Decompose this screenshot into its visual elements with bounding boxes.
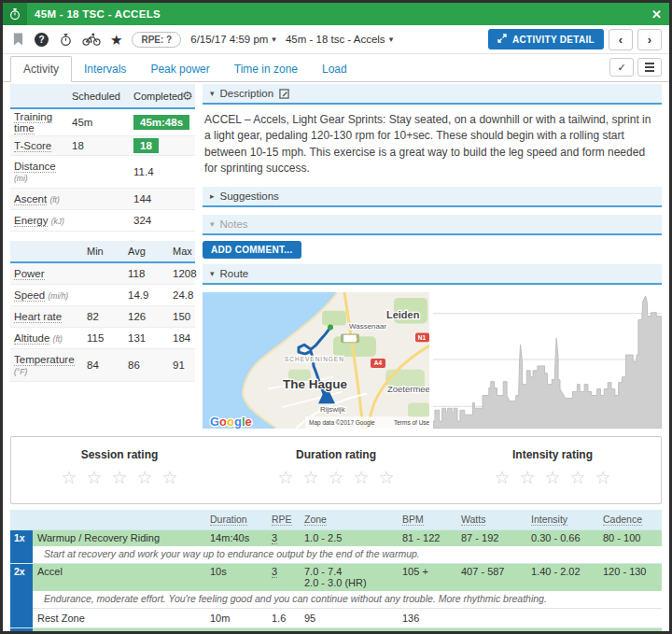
map-canvas: N44 A4 N1 Leiden Wassenaar SCHEVENINGEN … [203, 292, 429, 429]
star-icon: ☆ [328, 468, 343, 487]
tab-activity[interactable]: Activity [10, 56, 72, 82]
road-badge-n1: N1 [418, 333, 427, 340]
caret-down-icon: ▾ [272, 35, 276, 44]
intensity-rating: Intensity rating ☆☆☆☆☆ [444, 448, 661, 488]
workout-row-rest-zone[interactable]: Rest Zone 10m 1.6 95 136 [33, 608, 662, 627]
completed-badge: 45m:48s [133, 115, 189, 130]
workout-row-warmup[interactable]: Warmup / Recovery Riding 14m:40s 3 1.0 -… [33, 530, 662, 546]
star-icon: ☆ [277, 468, 293, 487]
cyclist-icon[interactable] [82, 32, 101, 47]
road-badge-n44: N44 [344, 334, 356, 341]
mm-row-temperature: Temperature (°F) 848691 [10, 349, 195, 382]
suggestions-section-header[interactable]: ▸ Suggestions [203, 187, 662, 207]
summary-header: Scheduled Completed ⚙ [10, 84, 195, 109]
caret-down-icon: ▾ [389, 35, 394, 44]
map-label-the-hague: The Hague [283, 376, 347, 390]
summary-row-distance: Distance (mi) 11.4 [10, 156, 195, 189]
expand-icon [497, 34, 507, 45]
workout-row-cooldown[interactable]: Cool Down 10m 3 1.0 - 1.9 81 - 103 87 - … [33, 628, 662, 634]
minavgmax-header: Min Avg Max [10, 241, 195, 263]
star-icon: ☆ [137, 468, 153, 487]
star-icon: ☆ [519, 468, 535, 487]
gear-icon[interactable]: ⚙ [182, 89, 197, 103]
summary-table: Scheduled Completed ⚙ Training time 45m … [10, 84, 195, 232]
session-rating: Session rating ☆☆☆☆☆ [11, 448, 228, 488]
workout-row-accel[interactable]: Accel 10s 3 7.0 - 7.42.0 - 3.0 (HR) 105 … [33, 564, 662, 591]
star-icon: ☆ [595, 468, 611, 487]
tab-intervals[interactable]: Intervals [72, 57, 138, 81]
workout-dropdown[interactable]: 45m - 18 tsc - Accels ▾ [286, 34, 393, 45]
edit-icon[interactable] [279, 89, 289, 99]
complete-check-button[interactable]: ✓ [609, 58, 634, 77]
bookmark-icon[interactable] [10, 32, 25, 47]
workout-structure-table: Duration RPE Zone BPM Watts Intensity Ca… [10, 510, 662, 634]
stopwatch-icon [3, 3, 27, 25]
map-label-wassenaar: Wassenaar [349, 322, 386, 331]
summary-row-ascent: Ascent (ft) 144 [10, 189, 195, 210]
summary-row-tscore: T-Score 18 18 [10, 136, 195, 156]
reps-marker: 1x [10, 628, 33, 634]
stats-column: Scheduled Completed ⚙ Training time 45m … [10, 84, 195, 429]
route-panel: N44 A4 N1 Leiden Wassenaar SCHEVENINGEN … [203, 292, 662, 429]
add-comment-button[interactable]: ADD COMMENT... [203, 241, 301, 259]
road-badge-a4: A4 [374, 359, 383, 366]
rpe-pill[interactable]: RPE: ? [132, 32, 181, 48]
stopwatch-outline-icon[interactable] [58, 32, 73, 47]
mm-row-altitude: Altitude (ft) 115131184 [10, 328, 195, 349]
caret-down-icon: ▾ [210, 89, 215, 98]
map-terms-link[interactable]: Terms of Use [394, 419, 429, 426]
caret-down-icon: ▾ [210, 269, 215, 278]
description-section-header[interactable]: ▾ Description [203, 84, 662, 105]
hamburger-icon [645, 63, 654, 72]
star-icon: ☆ [570, 468, 586, 487]
next-activity-button[interactable]: › [637, 29, 662, 50]
description-text: ACCEL – Accels, Light Gear Sprints: Stay… [203, 105, 662, 187]
star-icon: ☆ [379, 468, 395, 487]
star-icon: ☆ [111, 468, 127, 487]
favorite-star-icon[interactable]: ★ [110, 33, 122, 47]
star-icon: ☆ [544, 468, 560, 487]
menu-button[interactable] [637, 58, 662, 77]
activity-detail-button[interactable]: ACTIVITY DETAIL [488, 29, 604, 49]
description-title: Description [220, 88, 274, 99]
route-start-dot [328, 324, 333, 330]
intensity-rating-stars[interactable]: ☆☆☆☆☆ [444, 467, 661, 488]
workout-note: Endurance, moderate effort. You're feeli… [33, 591, 662, 608]
duration-rating: Duration rating ☆☆☆☆☆ [228, 448, 444, 488]
close-icon[interactable]: ✕ [651, 7, 662, 21]
notes-section-header[interactable]: ▾ Notes [203, 215, 662, 235]
mm-row-power: Power 1181208 [10, 263, 195, 285]
title-bar: 45M - 18 TSC - ACCELS ✕ [3, 3, 669, 25]
elevation-chart[interactable] [433, 292, 662, 429]
tab-time-in-zone[interactable]: Time in zone [222, 57, 310, 81]
map-label-leiden: Leiden [386, 308, 419, 319]
mm-row-heart-rate: Heart rate 82126150 [10, 306, 195, 328]
main-content: Scheduled Completed ⚙ Training time 45m … [3, 82, 669, 429]
star-icon: ☆ [354, 468, 370, 487]
star-icon: ☆ [302, 468, 318, 487]
prev-activity-button[interactable]: ‹ [609, 29, 633, 50]
tab-peak-power[interactable]: Peak power [138, 57, 221, 81]
star-icon: ☆ [494, 468, 510, 487]
caret-down-icon: ▾ [210, 219, 215, 229]
window-title: 45M - 18 TSC - ACCELS [35, 8, 161, 20]
workout-note: Start at recovery and work your way up t… [33, 546, 662, 563]
map-label-rijswijk: Rijswijk [320, 405, 345, 414]
mm-row-speed: Speed (mi/h) 14.924.8 [10, 285, 195, 306]
star-icon: ☆ [61, 468, 77, 487]
ratings-panel: Session rating ☆☆☆☆☆ Duration rating ☆☆☆… [10, 436, 662, 504]
summary-row-training-time: Training time 45m 45m:48s [10, 109, 195, 136]
map-label-scheveningen: SCHEVENINGEN [285, 356, 344, 362]
duration-rating-stars[interactable]: ☆☆☆☆☆ [228, 467, 444, 488]
toolbar: ? ★ RPE: ? 6/15/17 4:59 pm ▾ 45m - 18 ts… [3, 25, 669, 54]
session-rating-stars[interactable]: ☆☆☆☆☆ [11, 467, 228, 488]
map-attribution: Map data ©2017 Google [309, 419, 375, 427]
workout-block-accel: 2x Accel 10s 3 7.0 - 7.42.0 - 3.0 (HR) 1… [10, 563, 662, 627]
caret-right-icon: ▸ [210, 191, 215, 201]
tab-load[interactable]: Load [310, 57, 359, 81]
date-dropdown[interactable]: 6/15/17 4:59 pm ▾ [190, 34, 276, 45]
help-icon[interactable]: ? [35, 33, 49, 47]
route-map[interactable]: N44 A4 N1 Leiden Wassenaar SCHEVENINGEN … [203, 292, 429, 429]
google-logo[interactable]: Google [210, 415, 252, 429]
route-section-header[interactable]: ▾ Route [203, 264, 662, 285]
